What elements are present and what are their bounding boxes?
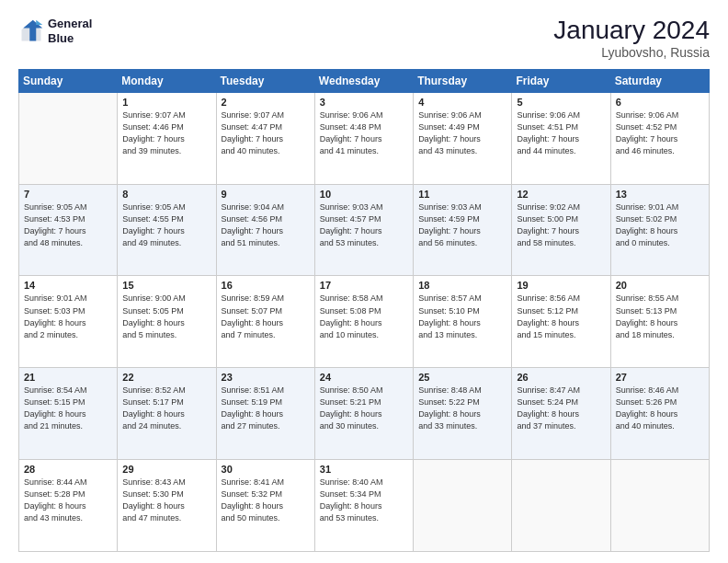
day-info: Sunrise: 9:06 AMSunset: 4:49 PMDaylight:… <box>418 109 506 157</box>
day-info: Sunrise: 8:51 AMSunset: 5:19 PMDaylight:… <box>222 385 310 432</box>
day-number: 23 <box>222 372 310 383</box>
day-info: Sunrise: 9:05 AMSunset: 4:55 PMDaylight:… <box>122 201 210 249</box>
calendar-cell: 1Sunrise: 9:07 AMSunset: 4:46 PMDaylight… <box>118 92 216 184</box>
page: General Blue January 2024 Lyubovsho, Rus… <box>0 0 728 563</box>
logo-icon <box>18 18 44 44</box>
calendar-cell: 15Sunrise: 9:00 AMSunset: 5:05 PMDayligh… <box>118 276 216 368</box>
calendar-cell: 28Sunrise: 8:44 AMSunset: 5:28 PMDayligh… <box>19 460 118 552</box>
calendar-cell: 9Sunrise: 9:04 AMSunset: 4:56 PMDaylight… <box>216 184 314 276</box>
calendar-cell: 7Sunrise: 9:05 AMSunset: 4:53 PMDaylight… <box>19 184 118 276</box>
day-info: Sunrise: 9:03 AMSunset: 4:57 PMDaylight:… <box>320 201 408 249</box>
calendar-cell: 20Sunrise: 8:55 AMSunset: 5:13 PMDayligh… <box>610 276 709 368</box>
day-info: Sunrise: 8:46 AMSunset: 5:26 PMDaylight:… <box>616 385 704 432</box>
day-number: 7 <box>24 189 112 200</box>
month-title: January 2024 <box>553 17 710 45</box>
calendar-cell: 21Sunrise: 8:54 AMSunset: 5:15 PMDayligh… <box>19 368 118 460</box>
calendar-week-3: 21Sunrise: 8:54 AMSunset: 5:15 PMDayligh… <box>19 368 710 460</box>
calendar-cell: 12Sunrise: 9:02 AMSunset: 5:00 PMDayligh… <box>512 184 610 276</box>
day-number: 8 <box>122 189 210 200</box>
calendar-cell <box>19 92 118 184</box>
day-info: Sunrise: 9:03 AMSunset: 4:59 PMDaylight:… <box>418 201 506 249</box>
location: Lyubovsho, Russia <box>553 45 710 60</box>
day-info: Sunrise: 8:50 AMSunset: 5:21 PMDaylight:… <box>320 385 408 432</box>
day-number: 5 <box>517 97 605 108</box>
calendar-week-2: 14Sunrise: 9:01 AMSunset: 5:03 PMDayligh… <box>19 276 710 368</box>
day-number: 2 <box>222 97 310 108</box>
day-number: 6 <box>616 97 704 108</box>
day-info: Sunrise: 8:54 AMSunset: 5:15 PMDaylight:… <box>24 385 112 432</box>
day-number: 30 <box>222 464 310 475</box>
calendar-cell: 14Sunrise: 9:01 AMSunset: 5:03 PMDayligh… <box>19 276 118 368</box>
day-number: 28 <box>24 464 112 475</box>
day-info: Sunrise: 9:02 AMSunset: 5:00 PMDaylight:… <box>517 201 605 249</box>
day-number: 3 <box>320 97 408 108</box>
calendar-week-0: 1Sunrise: 9:07 AMSunset: 4:46 PMDaylight… <box>19 92 710 184</box>
day-info: Sunrise: 8:43 AMSunset: 5:30 PMDaylight:… <box>122 477 210 524</box>
calendar-cell <box>610 460 709 552</box>
day-number: 10 <box>320 189 408 200</box>
calendar-cell: 10Sunrise: 9:03 AMSunset: 4:57 PMDayligh… <box>314 184 413 276</box>
calendar-cell: 6Sunrise: 9:06 AMSunset: 4:52 PMDaylight… <box>610 92 709 184</box>
day-number: 14 <box>24 280 112 291</box>
day-info: Sunrise: 9:01 AMSunset: 5:03 PMDaylight:… <box>24 293 112 340</box>
calendar-cell: 25Sunrise: 8:48 AMSunset: 5:22 PMDayligh… <box>414 368 512 460</box>
day-info: Sunrise: 8:59 AMSunset: 5:07 PMDaylight:… <box>222 293 310 340</box>
day-number: 21 <box>24 372 112 383</box>
day-info: Sunrise: 8:58 AMSunset: 5:08 PMDaylight:… <box>320 293 408 340</box>
calendar-cell: 27Sunrise: 8:46 AMSunset: 5:26 PMDayligh… <box>610 368 709 460</box>
calendar-cell: 13Sunrise: 9:01 AMSunset: 5:02 PMDayligh… <box>610 184 709 276</box>
day-info: Sunrise: 9:04 AMSunset: 4:56 PMDaylight:… <box>222 201 310 249</box>
day-number: 26 <box>517 372 605 383</box>
day-number: 15 <box>122 280 210 291</box>
calendar-cell <box>414 460 512 552</box>
day-number: 27 <box>616 372 704 383</box>
calendar-cell: 5Sunrise: 9:06 AMSunset: 4:51 PMDaylight… <box>512 92 610 184</box>
day-info: Sunrise: 9:07 AMSunset: 4:47 PMDaylight:… <box>222 109 310 157</box>
calendar-cell: 19Sunrise: 8:56 AMSunset: 5:12 PMDayligh… <box>512 276 610 368</box>
calendar-cell: 3Sunrise: 9:06 AMSunset: 4:48 PMDaylight… <box>314 92 413 184</box>
day-info: Sunrise: 9:01 AMSunset: 5:02 PMDaylight:… <box>616 201 704 249</box>
day-number: 12 <box>517 189 605 200</box>
calendar-cell: 24Sunrise: 8:50 AMSunset: 5:21 PMDayligh… <box>314 368 413 460</box>
header: General Blue January 2024 Lyubovsho, Rus… <box>18 17 710 60</box>
svg-marker-2 <box>36 19 42 24</box>
day-number: 13 <box>616 189 704 200</box>
day-number: 20 <box>616 280 704 291</box>
calendar-cell: 29Sunrise: 8:43 AMSunset: 5:30 PMDayligh… <box>118 460 216 552</box>
calendar-cell: 2Sunrise: 9:07 AMSunset: 4:47 PMDaylight… <box>216 92 314 184</box>
day-number: 16 <box>222 280 310 291</box>
calendar-body: 1Sunrise: 9:07 AMSunset: 4:46 PMDaylight… <box>19 92 710 551</box>
day-info: Sunrise: 9:06 AMSunset: 4:48 PMDaylight:… <box>320 109 408 157</box>
day-info: Sunrise: 8:55 AMSunset: 5:13 PMDaylight:… <box>616 293 704 340</box>
calendar-cell: 17Sunrise: 8:58 AMSunset: 5:08 PMDayligh… <box>314 276 413 368</box>
calendar-cell: 11Sunrise: 9:03 AMSunset: 4:59 PMDayligh… <box>414 184 512 276</box>
title-block: January 2024 Lyubovsho, Russia <box>553 17 710 60</box>
weekday-header-row: SundayMondayTuesdayWednesdayThursdayFrid… <box>19 69 710 92</box>
weekday-sunday: Sunday <box>19 69 118 92</box>
calendar-cell: 23Sunrise: 8:51 AMSunset: 5:19 PMDayligh… <box>216 368 314 460</box>
day-number: 25 <box>418 372 506 383</box>
day-info: Sunrise: 9:06 AMSunset: 4:51 PMDaylight:… <box>517 109 605 157</box>
day-number: 18 <box>418 280 506 291</box>
day-number: 17 <box>320 280 408 291</box>
day-info: Sunrise: 9:06 AMSunset: 4:52 PMDaylight:… <box>616 109 704 157</box>
day-number: 9 <box>222 189 310 200</box>
calendar-cell: 8Sunrise: 9:05 AMSunset: 4:55 PMDaylight… <box>118 184 216 276</box>
day-number: 31 <box>320 464 408 475</box>
weekday-saturday: Saturday <box>610 69 709 92</box>
day-info: Sunrise: 8:48 AMSunset: 5:22 PMDaylight:… <box>418 385 506 432</box>
calendar-table: SundayMondayTuesdayWednesdayThursdayFrid… <box>18 69 710 552</box>
day-info: Sunrise: 8:41 AMSunset: 5:32 PMDaylight:… <box>222 477 310 524</box>
day-info: Sunrise: 9:07 AMSunset: 4:46 PMDaylight:… <box>122 109 210 157</box>
day-number: 1 <box>122 97 210 108</box>
calendar-week-1: 7Sunrise: 9:05 AMSunset: 4:53 PMDaylight… <box>19 184 710 276</box>
weekday-wednesday: Wednesday <box>314 69 413 92</box>
weekday-monday: Monday <box>118 69 216 92</box>
calendar-cell <box>512 460 610 552</box>
day-info: Sunrise: 8:44 AMSunset: 5:28 PMDaylight:… <box>24 477 112 524</box>
logo: General Blue <box>18 17 92 45</box>
day-number: 24 <box>320 372 408 383</box>
day-info: Sunrise: 8:40 AMSunset: 5:34 PMDaylight:… <box>320 477 408 524</box>
day-info: Sunrise: 9:05 AMSunset: 4:53 PMDaylight:… <box>24 201 112 249</box>
weekday-tuesday: Tuesday <box>216 69 314 92</box>
